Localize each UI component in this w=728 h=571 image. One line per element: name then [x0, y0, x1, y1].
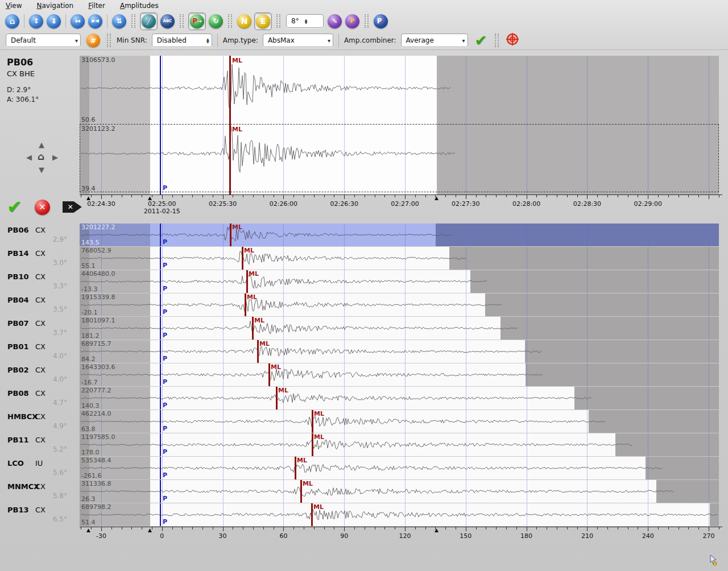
pick-waveform-icon[interactable]: P∿: [374, 14, 388, 28]
p-pick-line[interactable]: [160, 224, 161, 246]
reject-pick-button[interactable]: ✕: [35, 200, 50, 215]
normalize-amplitudes-icon[interactable]: ⇅: [112, 14, 126, 28]
expand-horizontal-icon[interactable]: ↔: [71, 14, 85, 28]
ml-pick-line[interactable]: [257, 340, 259, 363]
station-row-mnmcx[interactable]: MNMCXCX5.8°PML311336.826.3: [0, 480, 728, 503]
amp-type-select[interactable]: AbsMax▾: [263, 34, 333, 47]
p-pick-line[interactable]: [160, 433, 161, 456]
ml-pick-line[interactable]: [312, 433, 313, 456]
trace-area[interactable]: PML1915339.8-20.1: [80, 293, 719, 316]
p-pick-line[interactable]: [160, 293, 161, 316]
p-pick-line[interactable]: [160, 270, 161, 293]
station-label[interactable]: PB04CX3.5°: [0, 293, 80, 316]
trace-area[interactable]: PML3201227.2143.5: [80, 224, 719, 246]
trace-area[interactable]: PML1197585.0178.0: [80, 433, 719, 456]
apply-amplitudes-button[interactable]: ✔: [475, 32, 487, 49]
ml-pick-line[interactable]: [268, 363, 270, 386]
menu-filter[interactable]: Filter: [88, 2, 105, 10]
menu-amplitudes[interactable]: Amplitudes: [120, 2, 159, 10]
station-label[interactable]: PB08CX4.7°: [0, 387, 80, 409]
spinner-arrows-icon[interactable]: ▲▼: [206, 38, 209, 43]
nav-left-icon[interactable]: ◀: [26, 154, 32, 161]
station-label[interactable]: PB13CX6.5°: [0, 503, 80, 526]
menu-view[interactable]: View: [6, 2, 22, 10]
fit-horizontal-icon[interactable]: ▶◀: [88, 14, 102, 28]
p-pick-line[interactable]: [160, 503, 161, 526]
trace-area[interactable]: PML462214.063.8: [80, 410, 719, 433]
station-label[interactable]: PB11CX5.2°: [0, 433, 80, 456]
p-pick-line[interactable]: [160, 387, 161, 409]
fit-vertical-icon[interactable]: ↨: [47, 14, 61, 28]
station-row-hmbcx[interactable]: HMBCXCX4.9°PML462214.063.8: [0, 410, 728, 433]
trace-area[interactable]: PML4406480.0-13.3: [80, 270, 719, 293]
time-marker-triangle[interactable]: ▲: [435, 195, 439, 201]
trace-area[interactable]: PML220777.2140.3: [80, 387, 719, 409]
station-label[interactable]: LCOIU5.6°: [0, 457, 80, 479]
station-label[interactable]: PB02CX4.0°: [0, 363, 80, 386]
trace-area[interactable]: PML768052.955.1: [80, 247, 719, 270]
home-icon[interactable]: ⌂: [5, 14, 19, 28]
station-label[interactable]: PB07CX3.7°: [0, 317, 80, 340]
station-row-pb13[interactable]: PB13CX6.5°PML689798.251.4: [0, 503, 728, 526]
time-marker-triangle[interactable]: ▲: [148, 195, 152, 201]
ml-pick-line[interactable]: [246, 270, 248, 293]
hash-button[interactable]: #: [86, 34, 100, 47]
nav-home-icon[interactable]: ⌂: [38, 152, 44, 162]
station-label[interactable]: PB06CX2.9°: [0, 224, 80, 246]
ml-pick-line[interactable]: [230, 224, 231, 246]
p-pick-line[interactable]: [160, 56, 161, 195]
menu-navigation[interactable]: Navigation: [36, 2, 73, 10]
time-marker-triangle[interactable]: ▲: [148, 527, 152, 533]
time-marker-triangle[interactable]: ▲: [86, 195, 90, 201]
trace-area[interactable]: PML311336.826.3: [80, 480, 719, 503]
component-n-button[interactable]: N: [237, 14, 251, 28]
p-pick-line[interactable]: [160, 363, 161, 386]
ml-pick-line[interactable]: [312, 410, 313, 433]
ml-pick-line[interactable]: [295, 457, 296, 479]
cycle-icon[interactable]: ↻: [209, 14, 223, 28]
p-pick-line[interactable]: [160, 247, 161, 270]
nav-up-icon[interactable]: ▲: [39, 141, 44, 148]
trace-area[interactable]: PML1801097.1181.2: [80, 317, 719, 340]
recompute-magnitudes-button[interactable]: [506, 32, 519, 48]
station-label[interactable]: PB10CX3.3°: [0, 270, 80, 293]
station-label[interactable]: PB14CX3.0°: [0, 247, 80, 270]
amp-combiner-select[interactable]: Average▾: [401, 34, 468, 47]
time-window-spinbox[interactable]: 8° ▲▼: [286, 14, 324, 28]
confirm-pick-button[interactable]: ✔: [7, 198, 22, 216]
station-row-pb02[interactable]: PB02CX4.0°PML1643303.6-16.7: [0, 363, 728, 386]
component-e-button[interactable]: E: [254, 13, 272, 30]
trace-area[interactable]: PML535348.4-261.6: [80, 457, 719, 479]
spinner-arrows-icon[interactable]: ▲▼: [305, 18, 308, 24]
measure-pick-icon[interactable]: ✎: [328, 14, 342, 28]
abc-labels-icon[interactable]: ABC: [160, 14, 175, 28]
ml-pick-line[interactable]: [242, 247, 243, 270]
trace-area[interactable]: PML1643303.6-16.7: [80, 363, 719, 386]
station-label[interactable]: HMBCXCX4.9°: [0, 410, 80, 433]
ml-pick-line[interactable]: [276, 387, 278, 409]
nav-down-icon[interactable]: ▼: [39, 166, 44, 173]
ml-pick-line[interactable]: [311, 503, 313, 526]
theoretical-pick-icon[interactable]: P: [345, 14, 359, 28]
station-label[interactable]: PB01CX4.0°: [0, 340, 80, 363]
ml-pick-line[interactable]: [229, 56, 231, 195]
ml-pick-line[interactable]: [245, 293, 246, 316]
station-row-pb10[interactable]: PB10CX3.3°PML4406480.0-13.3: [0, 270, 728, 293]
ml-pick-line[interactable]: [300, 480, 302, 503]
p-pick-line[interactable]: [160, 457, 161, 479]
time-marker-triangle[interactable]: ▲: [86, 527, 90, 533]
p-pick-line[interactable]: [160, 410, 161, 433]
station-row-pb07[interactable]: PB07CX3.7°PML1801097.1181.2: [0, 317, 728, 340]
p-pick-line[interactable]: [160, 317, 161, 340]
station-row-pb11[interactable]: PB11CX5.2°PML1197585.0178.0: [0, 433, 728, 456]
trace-area[interactable]: PML689715.784.2: [80, 340, 719, 363]
pick-forward-button[interactable]: P→: [188, 13, 206, 30]
station-row-pb01[interactable]: PB01CX4.0°PML689715.784.2: [0, 340, 728, 363]
station-row-pb14[interactable]: PB14CX3.0°PML768052.955.1: [0, 247, 728, 270]
filter-profile-select[interactable]: Default▾: [6, 34, 81, 47]
station-row-pb06[interactable]: PB06CX2.9°PML3201227.2143.5: [0, 224, 728, 246]
p-pick-line[interactable]: [160, 340, 161, 363]
station-row-pb04[interactable]: PB04CX3.5°PML1915339.8-20.1: [0, 293, 728, 316]
station-row-pb08[interactable]: PB08CX4.7°PML220777.2140.3: [0, 387, 728, 409]
p-pick-line[interactable]: [160, 480, 161, 503]
